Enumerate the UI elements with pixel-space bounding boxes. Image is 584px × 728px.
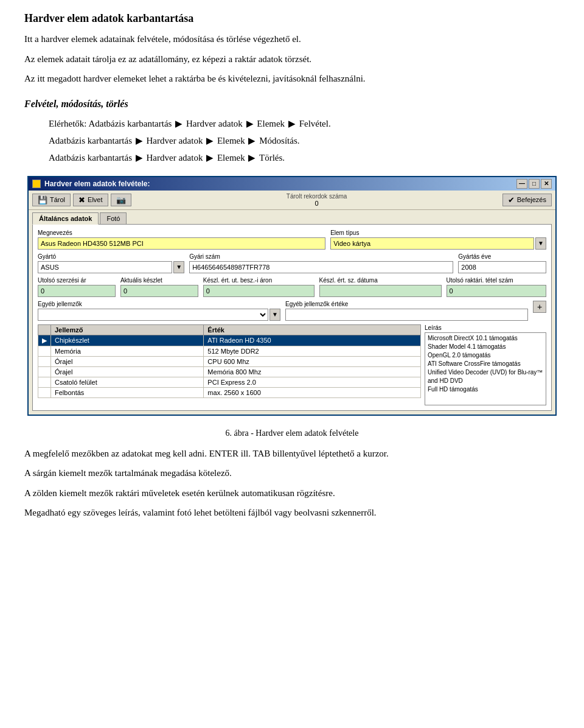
form-row-gyarto: Gyártó ▼ Gyári szám Gyártás éve bbox=[38, 253, 546, 273]
col-jellemzo: Jellemző bbox=[51, 324, 204, 335]
prop-table-area: Jellemző Érték ▶ Chipkészlet ATI Radeon … bbox=[38, 324, 546, 405]
dialog-form: Megnevezés Elem típus ▼ Gyártó bbox=[32, 224, 552, 411]
tarol-label: Tárol bbox=[50, 196, 65, 203]
titlebar-buttons: — □ ✕ bbox=[516, 179, 552, 189]
col-arrow bbox=[38, 324, 51, 335]
elvet-button[interactable]: ✖ Elvet bbox=[73, 194, 108, 206]
form-row-keszlet: Utolsó szerzési ár Aktuális készlet Kész… bbox=[38, 277, 546, 297]
gyari-szam-input[interactable] bbox=[189, 261, 453, 273]
elvet-icon: ✖ bbox=[78, 195, 85, 205]
egyeb-jell-ertek-group: Egyéb jellemzők értéke bbox=[285, 301, 528, 321]
tab-altalanos[interactable]: Általáncs adatok bbox=[32, 212, 99, 225]
table-row[interactable]: ▶ Chipkészlet ATI Radeon HD 4350 bbox=[38, 335, 421, 346]
utolso-raktari-input[interactable] bbox=[447, 285, 546, 297]
bottom-para-3: A zölden kiemelt mezők raktári műveletek… bbox=[24, 486, 560, 500]
property-table: Jellemző Érték ▶ Chipkészlet ATI Radeon … bbox=[38, 324, 421, 398]
gyartas-eve-group: Gyártás éve bbox=[458, 253, 546, 273]
leiras-panel: Leírás Microsoft DirectX 10.1 támogatásS… bbox=[425, 324, 546, 405]
egyeb-jell-ertek-label: Egyéb jellemzők értéke bbox=[285, 301, 528, 307]
egyeb-jell-group: Egyéb jellemzők ▼ bbox=[38, 301, 280, 321]
toolbar-center: Tárolt rekordok száma 0 bbox=[287, 193, 347, 207]
leiras-label: Leírás bbox=[425, 324, 546, 331]
gyarto-group: Gyártó ▼ bbox=[38, 253, 184, 273]
arrow-icon-6: ▶ bbox=[248, 133, 255, 148]
maximize-button[interactable]: □ bbox=[529, 179, 540, 189]
row-jellemzo: Órajel bbox=[51, 356, 204, 366]
prop-table-left: Jellemző Érték ▶ Chipkészlet ATI Radeon … bbox=[38, 324, 421, 405]
row-jellemzo: Memória bbox=[51, 346, 204, 356]
egyeb-jell-dropdown-button[interactable]: ▼ bbox=[269, 309, 280, 321]
kesz-datum-label: Készl. ért. sz. dátuma bbox=[319, 277, 442, 284]
egyeb-add-group: + bbox=[533, 301, 546, 313]
row-jellemzo: Csatoló felület bbox=[51, 377, 204, 387]
utolso-raktari-label: Utolsó raktári. tétel szám bbox=[447, 277, 546, 284]
row-arrow bbox=[38, 356, 51, 366]
gyartas-eve-input[interactable] bbox=[458, 261, 546, 273]
checkmark-icon: ✔ bbox=[508, 195, 515, 205]
figure-caption: 6. ábra - Hardver elem adatok felvétele bbox=[24, 427, 560, 439]
form-row-megnevezes: Megnevezés Elem típus ▼ bbox=[38, 229, 546, 250]
row-ertek: ATI Radeon HD 4350 bbox=[204, 335, 421, 346]
megnevezes-label: Megnevezés bbox=[38, 229, 325, 236]
table-row[interactable]: Órajel CPU 600 Mhz bbox=[38, 356, 421, 366]
stored-value: 0 bbox=[315, 200, 319, 207]
gyari-szam-label: Gyári szám bbox=[189, 253, 453, 260]
elem-tipus-dropdown-button[interactable]: ▼ bbox=[535, 237, 546, 250]
egyeb-add-button[interactable]: + bbox=[533, 301, 546, 313]
table-row[interactable]: Felbontás max. 2560 x 1600 bbox=[38, 387, 421, 397]
gyartas-eve-label: Gyártás éve bbox=[458, 253, 546, 260]
row-arrow bbox=[38, 387, 51, 397]
arrow-icon-9: ▶ bbox=[248, 150, 255, 165]
egyeb-jell-ertek-input[interactable] bbox=[285, 309, 528, 321]
dialog: Hardver elem adatok felvétele: — □ ✕ 💾 T… bbox=[27, 176, 557, 416]
egyeb-jell-select[interactable] bbox=[38, 309, 268, 321]
nav-line-1: Elérhetők: Adatbázis karbantartás ▶ Hard… bbox=[49, 116, 560, 131]
close-button[interactable]: ✕ bbox=[541, 179, 552, 189]
tab-foto[interactable]: Fotó bbox=[100, 212, 127, 224]
row-ertek: CPU 600 Mhz bbox=[204, 356, 421, 366]
megnevezes-group: Megnevezés bbox=[38, 229, 325, 250]
aktualis-keszlet-label: Aktuális készlet bbox=[120, 277, 198, 284]
row-arrow bbox=[38, 346, 51, 356]
utolso-szerz-input[interactable] bbox=[38, 285, 116, 297]
befejezés-button[interactable]: ✔ Befejezés bbox=[502, 194, 552, 206]
utolso-raktari-group: Utolsó raktári. tétel szám bbox=[447, 277, 546, 297]
camera-button[interactable]: 📷 bbox=[111, 194, 131, 206]
gyarto-input[interactable] bbox=[38, 261, 172, 273]
utolso-szerz-group: Utolsó szerzési ár bbox=[38, 277, 116, 297]
arrow-icon-4: ▶ bbox=[136, 133, 143, 148]
row-ertek: Memória 800 Mhz bbox=[204, 366, 421, 377]
section-title: Felvétel, módosítás, törlés bbox=[24, 97, 560, 111]
arrow-icon-3: ▶ bbox=[288, 116, 296, 131]
row-arrow bbox=[38, 366, 51, 377]
leiras-box[interactable]: Microsoft DirectX 10.1 támogatásShader M… bbox=[425, 332, 546, 405]
kesz-ert-group: Készl. ért. ut. besz.-i áron bbox=[203, 277, 315, 297]
row-arrow: ▶ bbox=[38, 335, 51, 346]
megnevezes-input[interactable] bbox=[38, 237, 325, 250]
arrow-icon-5: ▶ bbox=[206, 133, 214, 148]
table-row[interactable]: Memória 512 Mbyte DDR2 bbox=[38, 346, 421, 356]
dialog-toolbar: 💾 Tárol ✖ Elvet 📷 Tárolt rekordok száma … bbox=[29, 191, 555, 210]
kesz-datum-input[interactable] bbox=[319, 285, 442, 297]
col-ertek: Érték bbox=[204, 324, 421, 335]
table-row[interactable]: Órajel Memória 800 Mhz bbox=[38, 366, 421, 377]
tarol-button[interactable]: 💾 Tárol bbox=[32, 194, 71, 206]
table-row[interactable]: Csatoló felület PCI Express 2.0 bbox=[38, 377, 421, 387]
elem-tipus-input[interactable] bbox=[330, 237, 534, 250]
minimize-button[interactable]: — bbox=[516, 179, 527, 189]
aktualis-keszlet-input[interactable] bbox=[120, 285, 198, 297]
elem-tipus-group: Elem típus ▼ bbox=[330, 229, 546, 250]
kesz-ert-input[interactable] bbox=[203, 285, 315, 297]
gyarto-label: Gyártó bbox=[38, 253, 184, 260]
dialog-tabs: Általáncs adatok Fotó bbox=[29, 210, 555, 224]
arrow-icon-1: ▶ bbox=[175, 116, 182, 131]
intro-para-2: Az elemek adatait tárolja ez az adatállo… bbox=[24, 52, 560, 66]
titlebar-left: Hardver elem adatok felvétele: bbox=[32, 180, 150, 188]
utolso-szerz-label: Utolsó szerzési ár bbox=[38, 277, 116, 284]
dialog-titlebar: Hardver elem adatok felvétele: — □ ✕ bbox=[29, 177, 555, 191]
elem-tipus-label: Elem típus bbox=[330, 229, 546, 236]
stored-label: Tárolt rekordok száma bbox=[287, 193, 347, 200]
dialog-wrapper: Hardver elem adatok felvétele: — □ ✕ 💾 T… bbox=[27, 176, 557, 416]
gyarto-dropdown-button[interactable]: ▼ bbox=[173, 261, 184, 273]
tarol-icon: 💾 bbox=[38, 195, 47, 205]
